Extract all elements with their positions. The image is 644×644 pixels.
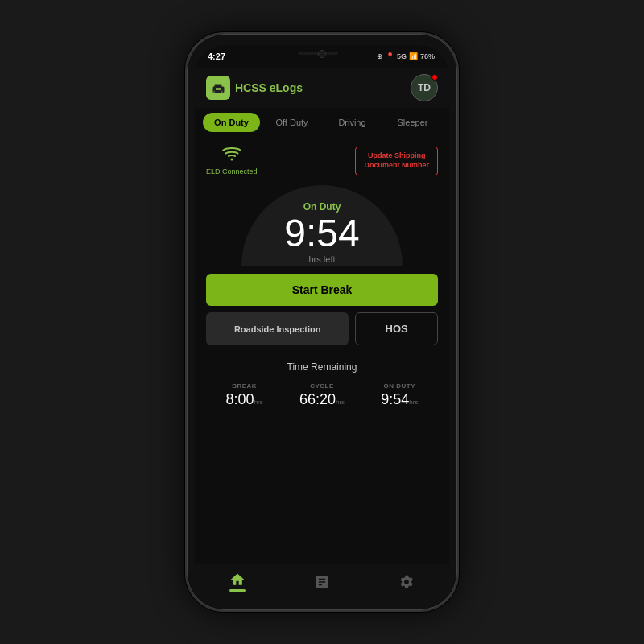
hos-button[interactable]: HOS — [355, 312, 438, 345]
timer-value: 9:54 — [284, 214, 359, 253]
eld-label: ELD Connected — [206, 167, 258, 175]
logo-icon — [206, 76, 230, 100]
nav-active-indicator — [229, 589, 246, 592]
avatar[interactable]: TD — [411, 74, 438, 101]
on-duty-value: 9:54hrs — [381, 391, 418, 408]
wifi-icon — [221, 147, 243, 166]
avatar-initials: TD — [418, 82, 431, 93]
svg-rect-4 — [216, 88, 221, 90]
svg-rect-3 — [221, 91, 223, 93]
app-header: HCSS eLogs TD — [195, 68, 449, 108]
time-remaining-title: Time Remaining — [206, 361, 438, 373]
nav-home[interactable] — [229, 572, 246, 592]
notch — [282, 45, 362, 63]
svg-rect-2 — [213, 91, 215, 93]
roadside-inspection-button[interactable]: Roadside Inspection — [206, 312, 349, 345]
time-remaining-section: Time Remaining BREAK 8:00hrs CYCLE 66:20… — [195, 355, 449, 418]
duty-status-label: On Duty — [303, 193, 341, 213]
status-icons: ⊕ 📍 5G 📶 76% — [377, 52, 435, 60]
cycle-value: 66:20hrs — [299, 391, 345, 408]
eld-status: ELD Connected — [206, 147, 258, 175]
cycle-label: CYCLE — [310, 382, 334, 390]
avatar-notification-dot — [431, 74, 438, 80]
app-logo: HCSS eLogs — [206, 76, 303, 100]
timer-content: On Duty 9:54 hrs left — [284, 193, 359, 264]
break-value: 8:00hrs — [226, 391, 263, 408]
tab-off-duty[interactable]: Off Duty — [263, 113, 320, 132]
timer-section: On Duty 9:54 hrs left — [195, 185, 449, 264]
eld-section: ELD Connected Update Shipping Document N… — [195, 137, 449, 185]
battery-label: 76% — [420, 52, 435, 60]
tab-on-duty[interactable]: On Duty — [203, 113, 260, 132]
phone-screen: 4:27 ⊕ 📍 5G 📶 76% — [195, 45, 449, 599]
action-buttons: Start Break Roadside Inspection HOS — [195, 264, 449, 355]
break-time-box: BREAK 8:00hrs — [206, 379, 283, 411]
secondary-buttons: Roadside Inspection HOS — [206, 312, 438, 345]
tab-driving[interactable]: Driving — [324, 113, 381, 132]
cycle-time-box: CYCLE 66:20hrs — [283, 379, 360, 411]
start-break-button[interactable]: Start Break — [206, 274, 438, 306]
tab-sleeper[interactable]: Sleeper — [384, 113, 441, 132]
connectivity-icon: ⊕ — [377, 52, 383, 60]
status-time: 4:27 — [208, 52, 225, 61]
on-duty-label: ON DUTY — [384, 382, 416, 390]
nav-settings[interactable] — [398, 574, 415, 590]
camera — [318, 50, 326, 58]
app-content: HCSS eLogs TD On Duty Off Duty Driving — [195, 68, 449, 599]
time-boxes: BREAK 8:00hrs CYCLE 66:20hrs O — [206, 379, 438, 411]
on-duty-time-box: ON DUTY 9:54hrs — [361, 379, 438, 411]
tab-bar: On Duty Off Duty Driving Sleeper — [195, 108, 449, 137]
nav-log[interactable] — [314, 574, 330, 590]
bottom-nav — [195, 564, 449, 599]
phone-frame: 4:27 ⊕ 📍 5G 📶 76% — [185, 32, 459, 612]
signal-icon: 📶 — [409, 52, 418, 60]
app-name: HCSS eLogs — [235, 81, 303, 94]
svg-rect-1 — [215, 85, 222, 89]
break-label: BREAK — [232, 382, 257, 390]
timer-sub-label: hrs left — [308, 254, 335, 264]
location-icon: 📍 — [386, 52, 394, 60]
network-label: 5G — [397, 52, 407, 60]
shipping-document-button[interactable]: Update Shipping Document Number — [355, 147, 438, 175]
